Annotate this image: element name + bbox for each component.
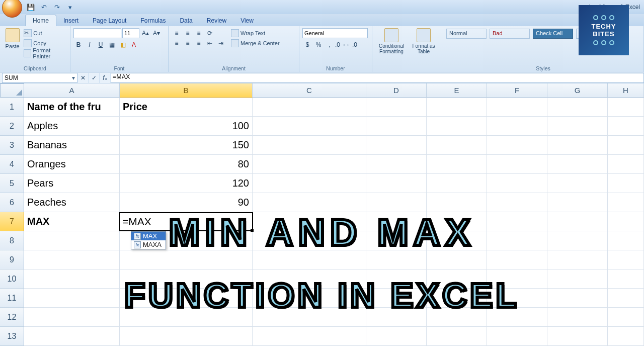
cell-E11[interactable] [427,289,487,308]
cell-D6[interactable] [366,193,427,212]
column-header-B[interactable]: B [120,83,253,98]
tab-home[interactable]: Home [25,15,56,26]
cell-F7[interactable] [487,212,547,231]
cell-C9[interactable] [253,250,366,269]
style-normal[interactable]: Normal [446,29,487,39]
currency-button[interactable]: $ [302,40,312,50]
orientation-button[interactable]: ⟳ [205,28,215,38]
cell-A7[interactable]: MAX [24,212,120,231]
format-as-table-button[interactable]: Format as Table [410,28,438,54]
cell-E3[interactable] [427,136,487,155]
column-header-F[interactable]: F [487,83,547,98]
cell-B6[interactable]: 90 [120,193,253,212]
cell-B10[interactable] [120,269,253,289]
cell-A12[interactable] [24,308,120,327]
cell-D13[interactable] [366,327,427,346]
style-bad[interactable]: Bad [490,29,530,39]
paste-button[interactable]: Paste [3,28,22,49]
column-header-E[interactable]: E [427,83,487,98]
cell-E8[interactable] [427,231,487,250]
row-header-5[interactable]: 5 [0,174,24,193]
cell-F13[interactable] [487,327,547,346]
format-painter-button[interactable]: Format Painter [24,48,67,58]
copy-button[interactable]: Copy [24,38,67,48]
undo-icon[interactable]: ↶ [38,2,49,12]
cancel-formula-button[interactable]: ✕ [77,73,89,83]
cell-E1[interactable] [427,98,487,117]
cell-H3[interactable] [608,136,644,155]
qat-dropdown-icon[interactable]: ▾ [64,2,75,12]
cell-F6[interactable] [487,193,547,212]
cell-D12[interactable] [366,308,427,327]
row-header-12[interactable]: 12 [0,308,24,327]
cell-C3[interactable] [253,136,366,155]
cell-D4[interactable] [366,155,427,174]
cell-H5[interactable] [608,174,644,193]
cell-F12[interactable] [487,308,547,327]
number-format-select[interactable] [302,28,368,38]
cell-D11[interactable] [366,289,427,308]
cell-G7[interactable] [547,212,608,231]
select-all-button[interactable] [0,83,24,98]
align-left-button[interactable]: ≡ [172,38,182,48]
align-center-button[interactable]: ≡ [183,38,193,48]
cell-C10[interactable] [253,269,366,289]
cell-D3[interactable] [366,136,427,155]
underline-button[interactable]: U [96,40,106,50]
cell-D7[interactable] [366,212,427,231]
fill-handle[interactable] [251,229,254,232]
name-box[interactable]: SUM ▾ [2,73,77,83]
cell-D1[interactable] [366,98,427,117]
increase-indent-button[interactable]: ⇥ [216,38,226,48]
cell-D8[interactable] [366,231,427,250]
cell-B5[interactable]: 120 [120,174,253,193]
cell-H7[interactable] [608,212,644,231]
row-header-1[interactable]: 1 [0,98,24,117]
increase-decimal-button[interactable]: .0→ [336,40,346,50]
cell-A6[interactable]: Peaches [24,193,120,212]
align-middle-button[interactable]: ≡ [183,28,193,38]
cell-C12[interactable] [253,308,366,327]
bold-button[interactable]: B [73,40,84,50]
cell-G4[interactable] [547,155,608,174]
enter-formula-button[interactable]: ✓ [89,73,100,83]
cell-G1[interactable] [547,98,608,117]
wrap-text-button[interactable]: Wrap Text [231,28,280,38]
tab-data[interactable]: Data [173,15,199,26]
cell-F9[interactable] [487,250,547,269]
style-check-cell[interactable]: Check Cell [533,29,573,39]
cell-B4[interactable]: 80 [120,155,253,174]
percent-button[interactable]: % [313,40,324,50]
fill-color-button[interactable]: ◧ [118,40,128,50]
cell-H12[interactable] [608,308,644,327]
cell-A13[interactable] [24,327,120,346]
align-right-button[interactable]: ≡ [194,38,204,48]
cell-B3[interactable]: 150 [120,136,253,155]
tab-page-layout[interactable]: Page Layout [86,15,133,26]
cell-A2[interactable]: Apples [24,117,120,136]
cell-A1[interactable]: Name of the fru [24,98,120,117]
row-header-7[interactable]: 7 [0,212,24,231]
cell-C13[interactable] [253,327,366,346]
cell-G12[interactable] [547,308,608,327]
insert-function-button[interactable]: fₓ [100,73,111,83]
cell-E2[interactable] [427,117,487,136]
cell-H1[interactable] [608,98,644,117]
cell-C8[interactable] [253,231,366,250]
cell-A3[interactable]: Bananas [24,136,120,155]
cut-button[interactable]: ✂Cut [24,28,67,38]
cell-H4[interactable] [608,155,644,174]
cell-H10[interactable] [608,269,644,289]
tab-view[interactable]: View [233,15,261,26]
cell-G6[interactable] [547,193,608,212]
save-icon[interactable]: 💾 [25,2,36,12]
conditional-formatting-button[interactable]: Conditional Formatting [375,28,408,54]
tab-formulas[interactable]: Formulas [133,15,173,26]
row-header-3[interactable]: 3 [0,136,24,155]
cell-E7[interactable] [427,212,487,231]
redo-icon[interactable]: ↷ [51,2,62,12]
cell-F10[interactable] [487,269,547,289]
style-explanatory[interactable]: Explanatory [576,29,616,39]
cell-F4[interactable] [487,155,547,174]
cell-G13[interactable] [547,327,608,346]
